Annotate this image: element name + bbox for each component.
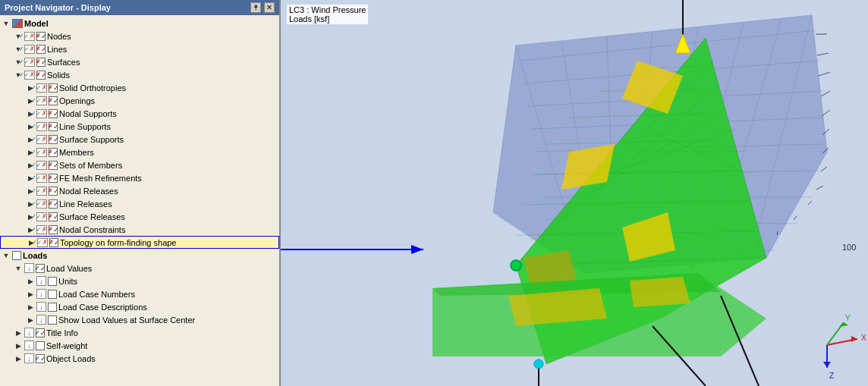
- expander-load-case-desc[interactable]: ▶: [24, 301, 36, 313]
- tree-container[interactable]: ▼ Model ▼ ✓✗ ✓ Nodes: [0, 15, 279, 386]
- scene-svg: 100: [281, 0, 868, 386]
- expander-show-load-values[interactable]: ▶: [24, 314, 36, 326]
- check-icon-openings[interactable]: ✓✗: [36, 96, 47, 105]
- expander-loads-section[interactable]: ▼: [0, 249, 12, 262]
- label-openings: Openings: [59, 96, 95, 105]
- check-icon-lines[interactable]: ✓✗: [24, 45, 35, 54]
- pin-button[interactable]: 🖈: [250, 2, 261, 13]
- checkbox-load-case-numbers[interactable]: [48, 290, 57, 299]
- tree-item-object-loads[interactable]: ▶ ↓ ✓ Object Loads: [0, 352, 279, 365]
- close-button[interactable]: ✕: [264, 2, 275, 13]
- svg-text:Y: Y: [845, 314, 851, 322]
- tree-item-surface-supports[interactable]: ▶ ✓✗ ✓ Surface Supports: [0, 133, 279, 146]
- check-icon-surfaces[interactable]: ✓✗: [24, 58, 35, 67]
- tree-item-show-load-values[interactable]: ▶ ↓ Show Load Values at Surface Center: [0, 313, 279, 326]
- check-icon-solid-ortho[interactable]: ✓✗: [36, 83, 47, 93]
- checkbox-load-case-desc[interactable]: [48, 303, 57, 312]
- label-nodal-constraints: Nodal Constraints: [59, 225, 125, 234]
- label-solid-ortho: Solid Orthotropies: [59, 83, 126, 93]
- load-icon-load-case-numbers: ↓: [36, 289, 46, 299]
- check-icon-fe-mesh[interactable]: ✓✗: [36, 174, 47, 183]
- label-loads-section: Loads: [23, 251, 47, 260]
- tree-item-loads-section[interactable]: ▼ Loads: [0, 249, 279, 262]
- tree-item-surface-releases[interactable]: ▶ ✓✗ ✓ Surface Releases: [0, 210, 279, 223]
- label-members: Members: [59, 148, 94, 157]
- tree-item-sets-of-members[interactable]: ▶ ✓✗ ✓ Sets of Members: [0, 158, 279, 171]
- tree-item-solids[interactable]: ▼ ✓✗ ✓ Solids: [0, 68, 279, 81]
- label-nodal-supports: Nodal Supports: [59, 109, 117, 118]
- label-load-case-numbers: Load Case Numbers: [58, 290, 135, 299]
- tree-item-title-info[interactable]: ▶ ↓ ✓ Title Info: [0, 326, 279, 339]
- label-fe-mesh: FE Mesh Refinements: [59, 174, 142, 183]
- label-model: Model: [24, 19, 49, 28]
- svg-text:X: X: [861, 334, 866, 342]
- label-show-load-values: Show Load Values at Surface Center: [58, 315, 195, 325]
- label-title-info: Title Info: [46, 328, 78, 337]
- viewport: LC3 : Wind Pressure Loads [ksf]: [281, 0, 868, 386]
- check-icon-topology[interactable]: ✓✗: [37, 238, 48, 247]
- tree-item-self-weight[interactable]: ▶ ↓ Self-weight: [0, 339, 279, 352]
- svg-point-65: [511, 260, 521, 271]
- tree-item-lines[interactable]: ▼ ✓✗ ✓ Lines: [0, 42, 279, 55]
- checkbox-load-values[interactable]: ✓: [36, 264, 45, 273]
- tree-item-nodal-releases[interactable]: ▶ ✓✗ ✓ Nodal Releases: [0, 184, 279, 197]
- check-icon-nodal-constraints[interactable]: ✓✗: [36, 225, 47, 234]
- model-icon: [12, 19, 23, 28]
- tree-item-line-supports[interactable]: ▶ ✓✗ ✓ Line Supports: [0, 120, 279, 133]
- svg-point-64: [534, 359, 543, 369]
- load-icon-show-load-values: ↓: [36, 315, 46, 325]
- label-topology: Topology on form-finding shape: [60, 238, 176, 247]
- tree-item-openings[interactable]: ▶ ✓✗ ✓ Openings: [0, 94, 279, 107]
- tree-item-model[interactable]: ▼ Model: [0, 17, 279, 30]
- tree-item-surfaces[interactable]: ▼ ✓✗ ✓ Surfaces: [0, 55, 279, 68]
- label-surface-supports: Surface Supports: [59, 135, 124, 144]
- tree-item-load-case-desc[interactable]: ▶ ↓ Load Case Descriptions: [0, 300, 279, 313]
- checkbox-units[interactable]: [48, 277, 57, 286]
- load-icon-units: ↓: [36, 276, 46, 286]
- tree-item-nodal-supports[interactable]: ▶ ✓✗ ✓ Nodal Supports: [0, 107, 279, 120]
- label-load-case-desc: Load Case Descriptions: [58, 303, 147, 312]
- label-object-loads: Object Loads: [46, 354, 96, 363]
- tree-item-solid-ortho[interactable]: ▶ ✓✗ ✓ Solid Orthotropies: [0, 81, 279, 94]
- panel-header: Project Navigator - Display 🖈 ✕: [0, 0, 279, 15]
- tree-item-nodal-constraints[interactable]: ▶ ✓✗ ✓ Nodal Constraints: [0, 223, 279, 236]
- left-panel: Project Navigator - Display 🖈 ✕ ▼ Model …: [0, 0, 281, 386]
- tree-item-units[interactable]: ▶ ↓ Units: [0, 275, 279, 287]
- check-icon-nodal-supports[interactable]: ✓✗: [36, 109, 47, 118]
- tree-item-topology[interactable]: ▶ ✓✗ ✓ Topology on form-finding shape: [0, 236, 279, 249]
- expander-load-case-numbers[interactable]: ▶: [24, 288, 36, 300]
- expander-model[interactable]: ▼: [0, 17, 12, 30]
- label-solids: Solids: [47, 71, 70, 80]
- tree-item-fe-mesh[interactable]: ▶ ✓✗ ✓ FE Mesh Refinements: [0, 171, 279, 184]
- label-sets-of-members: Sets of Members: [59, 161, 122, 170]
- check-icon-members[interactable]: ✓✗: [36, 148, 47, 157]
- expander-load-values[interactable]: ▼: [12, 262, 24, 275]
- checkbox-self-weight[interactable]: [36, 341, 45, 350]
- check-icon-surface-releases[interactable]: ✓✗: [36, 212, 47, 221]
- checkbox-show-load-values[interactable]: [48, 315, 57, 325]
- tree-item-nodes[interactable]: ▼ ✓✗ ✓ Nodes: [0, 30, 279, 42]
- expander-title-info[interactable]: ▶: [12, 327, 24, 339]
- tree-item-members[interactable]: ▶ ✓✗ ✓ Members: [0, 146, 279, 158]
- check-icon-nodal-releases[interactable]: ✓✗: [36, 187, 47, 196]
- load-icon-title-info: ↓: [24, 328, 34, 337]
- check-icon-line-releases[interactable]: ✓✗: [36, 199, 47, 209]
- expander-units[interactable]: ▶: [24, 275, 36, 287]
- panel-title: Project Navigator - Display: [5, 3, 111, 12]
- expander-self-weight[interactable]: ▶: [12, 340, 24, 352]
- check-icon-solids[interactable]: ✓✗: [24, 71, 35, 80]
- check-icon-line-supports[interactable]: ✓✗: [36, 122, 47, 131]
- check-icon-sets-of-members[interactable]: ✓✗: [36, 161, 47, 170]
- tree-item-load-values[interactable]: ▼ ↓ ✓ Load Values: [0, 262, 279, 275]
- expander-object-loads[interactable]: ▶: [12, 353, 24, 365]
- label-units: Units: [58, 277, 77, 286]
- tree-item-line-releases[interactable]: ▶ ✓✗ ✓ Line Releases: [0, 197, 279, 210]
- check-icon-nodes[interactable]: ✓✗: [24, 32, 35, 41]
- check-icon-surface-supports[interactable]: ✓✗: [36, 135, 47, 144]
- load-icon-load-values: ↓: [24, 263, 34, 273]
- checkbox-title-info[interactable]: ✓: [36, 328, 45, 337]
- label-nodes: Nodes: [47, 32, 71, 41]
- label-load-values: Load Values: [46, 264, 92, 273]
- tree-item-load-case-numbers[interactable]: ▶ ↓ Load Case Numbers: [0, 287, 279, 300]
- checkbox-object-loads[interactable]: ✓: [36, 354, 45, 363]
